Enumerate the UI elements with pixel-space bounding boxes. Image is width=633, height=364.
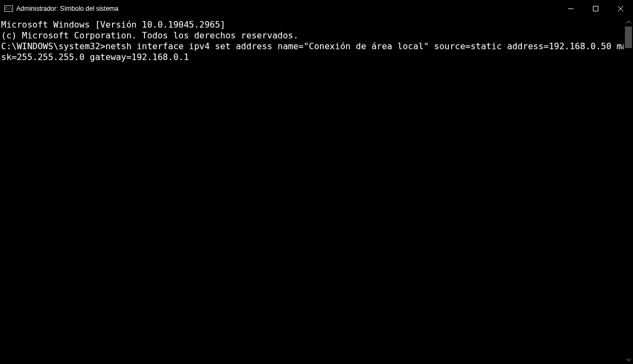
window-title: Administrador: Símbolo del sistema [16,5,119,12]
console-window: C:\ Administrador: Símbolo del sistema M… [0,0,633,364]
scroll-track[interactable] [624,27,633,355]
titlebar[interactable]: C:\ Administrador: Símbolo del sistema [0,0,633,17]
svg-text:C:\: C:\ [5,6,12,11]
vertical-scrollbar[interactable] [624,17,633,364]
banner-line: Microsoft Windows [Versión 10.0.19045.29… [1,19,632,30]
prompt: C:\WINDOWS\system32> [1,41,106,51]
banner-line: (c) Microsoft Corporation. Todos los der… [1,30,632,41]
scroll-thumb[interactable] [625,27,632,48]
terminal-output[interactable]: Microsoft Windows [Versión 10.0.19045.29… [0,17,633,364]
scroll-up-button[interactable] [624,17,633,27]
svg-rect-3 [593,6,598,11]
command-line: C:\WINDOWS\system32>netsh interface ipv4… [1,41,632,63]
scroll-down-button[interactable] [624,355,633,364]
maximize-button[interactable] [583,0,608,17]
close-button[interactable] [608,0,633,17]
minimize-button[interactable] [558,0,583,17]
cmd-icon: C:\ [4,4,13,13]
window-controls [558,0,633,17]
